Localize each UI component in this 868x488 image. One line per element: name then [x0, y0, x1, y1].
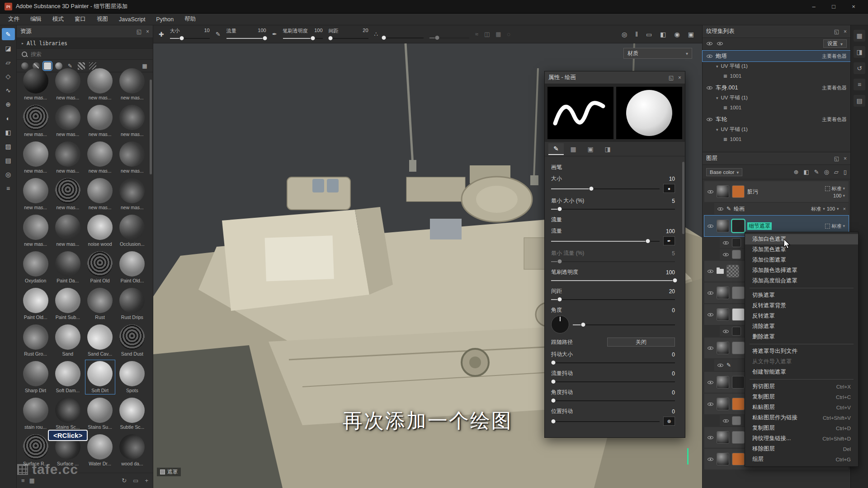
- eye-icon[interactable]: [722, 251, 729, 258]
- asset-tile[interactable]: Rust Drips: [117, 286, 147, 321]
- asset-tile[interactable]: Sharp Dirt: [20, 360, 51, 394]
- asset-tile[interactable]: new mas...: [20, 140, 51, 175]
- asset-tile[interactable]: Paint Da...: [52, 250, 83, 285]
- eye-icon[interactable]: [722, 239, 729, 246]
- asset-tile[interactable]: new mas...: [85, 103, 115, 138]
- dock-display-icon[interactable]: ▦: [854, 30, 865, 42]
- show-all-icon[interactable]: [706, 40, 713, 47]
- asset-tile[interactable]: new mas...: [85, 177, 115, 211]
- asset-tile[interactable]: new mas...: [85, 140, 115, 175]
- context-menu-item[interactable]: 粘贴图层作为链接Ctrl+Shift+V: [745, 413, 858, 423]
- projection-tool-icon[interactable]: ▱: [2, 56, 15, 68]
- eye-icon[interactable]: [707, 223, 714, 230]
- menu-item-1[interactable]: 编辑: [25, 14, 47, 25]
- mask-thumbnail[interactable]: [732, 308, 745, 321]
- prop-slider[interactable]: [573, 322, 675, 328]
- toolbar-slider-3[interactable]: 间距20: [329, 28, 368, 41]
- render-mode-icon[interactable]: ◧: [660, 31, 666, 38]
- delete-layer-icon[interactable]: ▯: [844, 169, 847, 175]
- prop-slider[interactable]: [551, 238, 660, 244]
- remove-effect-icon[interactable]: ×: [843, 206, 846, 211]
- texture-set-settings-button[interactable]: 设置: [823, 39, 847, 48]
- add-icon[interactable]: +: [145, 477, 148, 484]
- eye-icon[interactable]: [717, 206, 724, 212]
- properties-scrollbar[interactable]: [682, 162, 684, 234]
- pen-tip-icon[interactable]: ✒: [663, 236, 675, 245]
- context-menu-item[interactable]: 清除遮罩: [745, 321, 858, 332]
- asset-tile[interactable]: Water Dr...: [85, 433, 115, 466]
- polygon-fill-tool-icon[interactable]: ◇: [2, 70, 15, 82]
- library-selector[interactable]: All libraries: [17, 38, 153, 49]
- mask-thumbnail[interactable]: [732, 286, 745, 299]
- asset-tile[interactable]: Paint Old: [85, 250, 115, 285]
- refresh-icon[interactable]: ↻: [122, 477, 127, 484]
- add-fill-layer-icon[interactable]: ◧: [803, 169, 809, 175]
- menu-item-2[interactable]: 模式: [47, 14, 69, 25]
- context-menu-item[interactable]: 复制图层Ctrl+C: [745, 392, 858, 402]
- asset-tile[interactable]: Rust Gro...: [20, 323, 51, 358]
- bake-tool-icon[interactable]: ◎: [2, 168, 15, 180]
- mask-thumbnail[interactable]: [732, 342, 745, 354]
- asset-tile[interactable]: Rust: [85, 286, 115, 321]
- texture-set-row[interactable]: 车轮主要着色器: [703, 114, 850, 125]
- mask-thumbnail[interactable]: [732, 376, 745, 389]
- asset-tile[interactable]: Stains Su...: [85, 396, 115, 431]
- prop-slider[interactable]: [551, 277, 675, 283]
- asset-tile[interactable]: Sand: [52, 323, 83, 358]
- mask-thumbnail[interactable]: [732, 220, 745, 232]
- eye-icon[interactable]: [706, 84, 713, 91]
- asset-tile[interactable]: new mas...: [52, 67, 83, 102]
- close-button[interactable]: ×: [844, 0, 863, 14]
- float-panel-icon[interactable]: ◱: [834, 28, 839, 35]
- symmetry-icon[interactable]: ◫: [484, 31, 490, 38]
- gear-icon[interactable]: ⊛: [663, 417, 675, 426]
- context-menu-item[interactable]: 反转遮罩背景: [745, 300, 858, 311]
- scatter-icon[interactable]: ∴: [374, 31, 378, 38]
- assets-scrollbar[interactable]: [150, 80, 152, 174]
- uv-row[interactable]: ▾UV 平铺 (1): [703, 125, 850, 134]
- pause-icon[interactable]: ‖: [635, 31, 638, 38]
- stroke-align-icon[interactable]: ≈: [475, 31, 478, 38]
- asset-tile[interactable]: stain rou...: [20, 396, 51, 431]
- search-input[interactable]: [31, 51, 148, 57]
- eye-icon[interactable]: [707, 345, 714, 352]
- layer-row[interactable]: 脏污标准▾100▾: [704, 181, 849, 202]
- asset-tile[interactable]: Soft Dirt: [85, 360, 115, 394]
- mask-thumbnail[interactable]: [732, 431, 745, 444]
- asset-tile[interactable]: new mas...: [117, 140, 147, 175]
- asset-tile[interactable]: new mas...: [117, 67, 147, 102]
- opacity-dropdown[interactable]: 100▾: [833, 193, 845, 198]
- close-panel-icon[interactable]: ×: [844, 155, 847, 162]
- hide-ui-icon[interactable]: ◎: [622, 31, 627, 38]
- maximize-button[interactable]: □: [824, 0, 844, 14]
- frame-icon[interactable]: ▭: [133, 477, 138, 484]
- eye-icon[interactable]: [707, 188, 714, 195]
- eye-icon[interactable]: [707, 456, 714, 463]
- blend-mode-dropdown[interactable]: 标准▾: [825, 223, 845, 230]
- tab-brush-icon[interactable]: ✎: [548, 143, 564, 155]
- asset-tile[interactable]: new mas...: [52, 140, 83, 175]
- uv-row[interactable]: ▾UV 平铺 (1): [703, 93, 850, 103]
- context-menu-item[interactable]: 切换遮罩: [745, 290, 858, 300]
- smudge-tool-icon[interactable]: ∿: [2, 84, 15, 96]
- dock-shader-icon[interactable]: ◨: [854, 46, 865, 58]
- asset-tile[interactable]: new mas...: [20, 213, 51, 248]
- udim-row[interactable]: ▦1001: [703, 134, 850, 144]
- prop-slider[interactable]: [551, 379, 675, 385]
- minimize-button[interactable]: –: [804, 0, 824, 14]
- brush-tip-icon[interactable]: ●: [663, 184, 675, 193]
- add-paint-layer-icon[interactable]: ✎: [814, 169, 819, 175]
- asset-tile[interactable]: new mas...: [52, 103, 83, 138]
- prop-slider[interactable]: [551, 296, 675, 302]
- tab-stencil-icon[interactable]: ▣: [583, 143, 598, 155]
- context-menu-item[interactable]: 复制图层Ctrl+D: [745, 423, 858, 433]
- context-menu-item[interactable]: 将遮罩导出到文件: [745, 346, 858, 357]
- asset-tile[interactable]: new mas...: [20, 103, 51, 138]
- context-menu-item[interactable]: 添加黑色遮罩: [745, 244, 858, 255]
- eraser-tool-icon[interactable]: ◪: [2, 42, 15, 54]
- mask-thumbnail[interactable]: [732, 453, 745, 465]
- context-menu-item[interactable]: 反转遮罩: [745, 311, 858, 321]
- list-icon[interactable]: ≡: [21, 477, 25, 484]
- asset-tile[interactable]: Stains Sc...: [52, 396, 83, 431]
- context-menu-item[interactable]: 添加白色遮罩: [745, 234, 858, 244]
